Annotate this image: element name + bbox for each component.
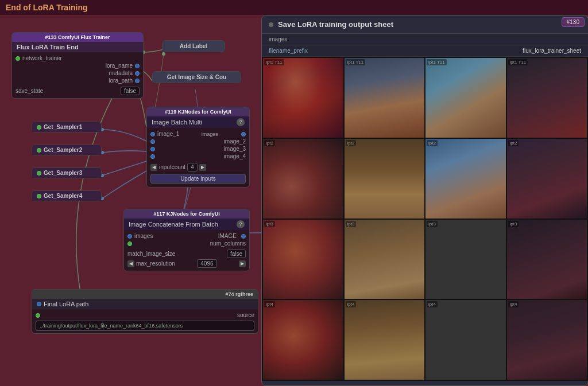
dot-sampler4 — [37, 194, 41, 198]
canvas: #133 ComfyUI Flux Trainer Flux LoRA Trai… — [0, 15, 264, 386]
filename-prefix-label: filename_prefix — [269, 48, 308, 54]
concat-title: Image Concatenate From Batch — [129, 221, 218, 228]
sampler3-title: Get_Sampler3 — [44, 170, 82, 176]
dot-metadata — [135, 71, 140, 76]
node-sampler3: Get_Sampler3 — [32, 167, 102, 178]
dot-image2 — [150, 139, 155, 144]
node-sampler4: Get_Sampler4 — [32, 190, 102, 201]
sampler1-title: Get_Sampler1 — [44, 124, 82, 130]
output-panel-title: Save LoRA training output sheet — [278, 20, 393, 29]
node-flux-lora: #133 ComfyUI Flux Trainer Flux LoRA Trai… — [11, 32, 144, 99]
node-sampler2: Get_Sampler2 — [32, 145, 102, 155]
title-bar: End of LoRA Training — [0, 0, 588, 15]
node-image-concatenate: #117 KJNodes for ComfyUI Image Concatena… — [123, 209, 250, 271]
dot-source — [36, 313, 40, 318]
inputcount-value: 4 — [187, 163, 198, 171]
img-cell-2-3: ipt2 — [425, 139, 506, 219]
lora-path-value: ../training/output/flux_lora_file_name_r… — [36, 321, 254, 331]
get-size-header: Get Image Size & Cou — [153, 72, 241, 83]
output-panel-header: Save LoRA training output sheet — [262, 15, 588, 34]
app-title: End of LoRA Training — [6, 3, 88, 12]
maxres-left-icon[interactable]: ◀ — [127, 260, 134, 267]
dot-concat-numcol — [127, 241, 132, 246]
img-cell-2-1: ipt2 — [263, 139, 343, 219]
badge-130: #130 — [562, 17, 585, 27]
img-cell-2-4: ipt2 — [507, 139, 587, 219]
dot-sampler1 — [37, 125, 41, 130]
node-final-lora-path: #74 rgthree Final LoRA path source ../tr… — [32, 289, 258, 334]
sampler2-title: Get_Sampler2 — [44, 147, 82, 153]
img-cell-4-1: ipt4 — [263, 300, 343, 380]
img-cell-1-2: ipt1 T11 — [345, 58, 425, 138]
sampler4-title: Get_Sampler4 — [44, 193, 82, 199]
concat-badge: #117 KJNodes for ComfyUI — [124, 209, 249, 219]
img-cell-2-2: ipt2 — [345, 139, 425, 219]
img-cell-3-1: ipt3 — [263, 220, 343, 299]
dot-final — [37, 302, 41, 306]
max-resolution-val: 4096 — [197, 259, 216, 268]
match-image-size-val: false — [227, 249, 246, 258]
batch-badge: #119 KJNodes for ComfyUI — [147, 107, 249, 116]
dot-network-trainer — [16, 56, 20, 61]
dot-concat-out — [241, 234, 246, 239]
concat-help-icon[interactable]: ? — [237, 220, 245, 228]
dot-lora-path — [135, 79, 140, 83]
maxres-right-icon[interactable]: ▶ — [239, 260, 246, 267]
stepper-left-icon[interactable]: ◀ — [150, 164, 157, 171]
img-cell-1-3: ipt1 T11 — [425, 58, 506, 138]
dot-concat-images — [127, 234, 132, 239]
dot-image3 — [150, 147, 155, 151]
svg-point-8 — [162, 52, 165, 56]
save-state-value: false — [121, 87, 140, 95]
flux-trainer-title: Flux LoRA Train End — [12, 42, 143, 52]
dot-images-out — [241, 132, 246, 137]
img-cell-1-4: ipt1 T11 — [507, 58, 587, 138]
node-get-image-size: Get Image Size & Cou — [152, 71, 241, 83]
add-label-header: Add Label — [163, 41, 225, 52]
img-cell-4-2: ipt4 — [345, 300, 425, 380]
img-cell-4-4: ipt4 — [507, 300, 587, 380]
img-cell-4-3: ipt4 — [425, 300, 506, 380]
dot-sampler3 — [37, 171, 41, 176]
image-grid: ipt1 T11 ipt1 T11 ipt1 T11 ipt1 T11 ipt2… — [262, 57, 588, 381]
update-inputs-button[interactable]: Update inputs — [150, 174, 246, 184]
img-cell-3-3: ipt3 — [425, 220, 506, 299]
output-panel: Save LoRA training output sheet images f… — [261, 15, 588, 386]
output-sub-label: images — [262, 34, 588, 45]
flux-trainer-badge: #133 ComfyUI Flux Trainer — [12, 33, 143, 42]
batch-title: Image Batch Multi — [152, 119, 202, 126]
dot-image1 — [150, 132, 155, 137]
node-add-label: Add Label — [162, 40, 225, 52]
flux-label: flux_lora_trainer_sheet — [523, 48, 581, 54]
panel-status-dot — [269, 22, 273, 27]
img-cell-1-1: ipt1 T11 — [263, 58, 343, 138]
img-cell-3-2: ipt3 — [345, 220, 425, 299]
dot-lora-name — [135, 64, 140, 68]
node-image-batch-multi: #119 KJNodes for ComfyUI Image Batch Mul… — [146, 107, 250, 188]
maxres-stepper[interactable]: ◀ max_resolution — [127, 260, 175, 267]
node-sampler1: Get_Sampler1 — [32, 122, 102, 132]
filename-row: filename_prefix flux_lora_trainer_sheet — [262, 45, 588, 57]
inputcount-stepper[interactable]: ◀ inputcount 4 ▶ — [150, 163, 206, 171]
final-title: Final LoRA path — [44, 301, 88, 307]
img-cell-3-4: ipt3 — [507, 220, 587, 299]
final-badge: #74 rgthree — [32, 290, 258, 299]
dot-sampler2 — [37, 148, 41, 153]
stepper-right-icon[interactable]: ▶ — [199, 164, 206, 171]
dot-image4 — [150, 154, 155, 159]
batch-help-icon[interactable]: ? — [237, 118, 245, 126]
